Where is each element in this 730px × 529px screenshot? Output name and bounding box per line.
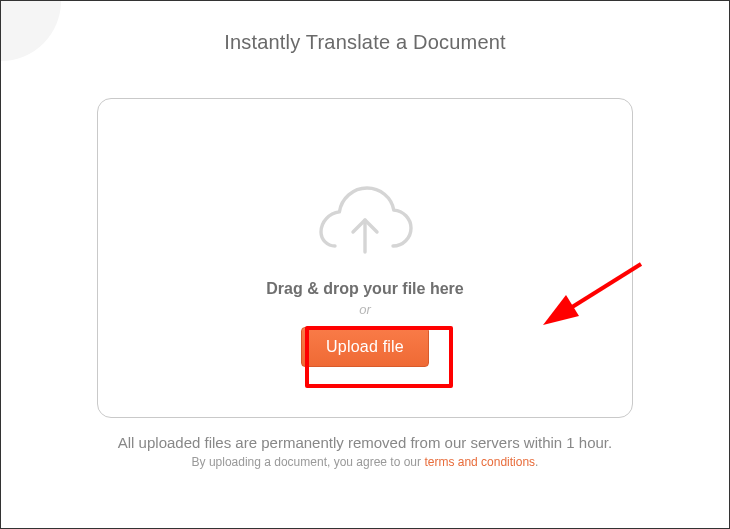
drag-drop-text: Drag & drop your file here xyxy=(266,280,463,298)
terms-link[interactable]: terms and conditions xyxy=(424,455,535,469)
or-text: or xyxy=(359,302,371,317)
footer-terms-suffix: . xyxy=(535,455,538,469)
page-title: Instantly Translate a Document xyxy=(41,31,689,54)
footer-terms-text: By uploading a document, you agree to ou… xyxy=(61,455,669,469)
cloud-upload-icon xyxy=(315,184,415,262)
footer-retention-text: All uploaded files are permanently remov… xyxy=(61,434,669,451)
upload-file-button[interactable]: Upload file xyxy=(301,327,429,367)
file-dropzone[interactable]: Drag & drop your file here or Upload fil… xyxy=(97,98,633,418)
footer-terms-prefix: By uploading a document, you agree to ou… xyxy=(192,455,425,469)
